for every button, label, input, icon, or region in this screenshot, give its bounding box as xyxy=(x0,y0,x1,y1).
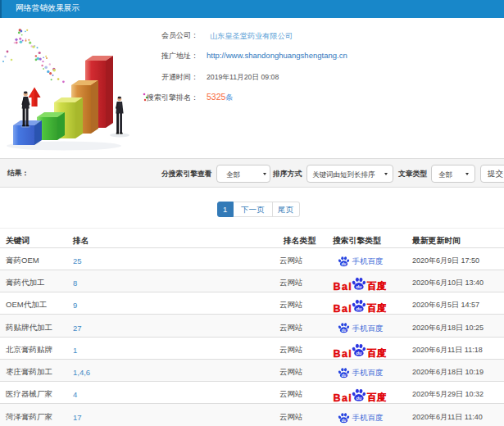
svg-text:du: du xyxy=(356,396,361,401)
svg-text:du: du xyxy=(341,329,346,333)
svg-text:du: du xyxy=(356,284,361,289)
svg-text:du: du xyxy=(341,261,346,265)
svg-text:du: du xyxy=(356,306,361,311)
svg-text:du: du xyxy=(341,418,346,422)
svg-text:du: du xyxy=(341,373,346,377)
svg-text:du: du xyxy=(356,351,361,356)
